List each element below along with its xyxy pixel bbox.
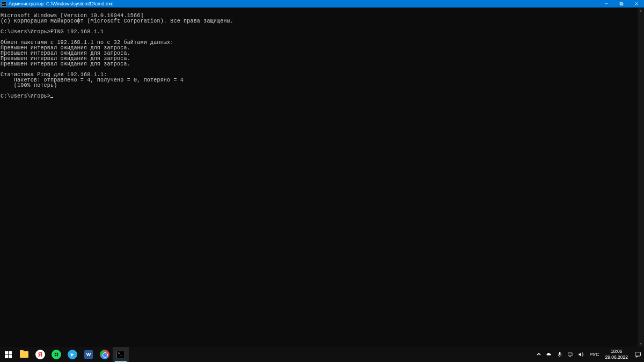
terminal-line: (100% потерь) (1, 83, 57, 88)
scroll-down-button[interactable]: ▼ (638, 341, 644, 347)
terminal-line: C:\Users\Игорь>PING 192.168.1.1 (1, 29, 104, 35)
yandex-icon: Я (35, 350, 45, 359)
taskbar-cmd[interactable] (113, 347, 129, 362)
terminal-output[interactable]: Microsoft Windows [Version 10.0.19044.15… (0, 8, 644, 347)
spotify-icon (52, 350, 61, 359)
taskbar-spotify[interactable] (48, 347, 64, 362)
close-button[interactable] (629, 0, 644, 8)
taskbar: Я W РУС (0, 347, 644, 362)
action-center-button[interactable] (631, 351, 644, 358)
taskbar-word[interactable]: W (80, 347, 97, 362)
taskbar-chrome[interactable] (97, 347, 113, 362)
svg-rect-7 (569, 356, 571, 357)
minimize-button[interactable] (599, 0, 614, 8)
windows-icon (5, 351, 12, 358)
start-button[interactable] (0, 347, 16, 362)
cursor (50, 97, 53, 98)
cmd-title-icon: C:\ (1, 2, 6, 6)
clock-date: 29.06.2022 (605, 354, 628, 360)
tray-onedrive-icon[interactable] (544, 347, 554, 362)
language-indicator[interactable]: РУС (587, 352, 602, 357)
tray-overflow-button[interactable] (534, 347, 544, 362)
svg-rect-6 (568, 353, 573, 356)
maximize-button[interactable] (614, 0, 629, 8)
terminal-line: Превышен интервал ожидания для запроса. (1, 61, 130, 67)
chrome-icon (100, 350, 109, 359)
tray-network-icon[interactable] (565, 347, 576, 362)
scroll-up-button[interactable]: ▲ (638, 8, 644, 14)
telegram-icon (68, 350, 77, 359)
taskbar-yandex[interactable]: Я (32, 347, 48, 362)
taskbar-file-explorer[interactable] (16, 347, 32, 362)
folder-icon (20, 351, 28, 358)
word-icon: W (84, 350, 93, 359)
tray-mic-icon[interactable] (554, 347, 565, 362)
scrollbar[interactable]: ▲ ▼ (638, 8, 644, 347)
clock-time: 18:06 (611, 349, 622, 354)
window-title: Администратор: C:\Windows\system32\cmd.e… (9, 1, 113, 6)
cmd-icon (116, 351, 125, 358)
terminal-prompt: C:\Users\Игорь> (1, 93, 50, 99)
svg-rect-5 (559, 352, 561, 355)
tray-volume-icon[interactable] (576, 347, 587, 362)
window-titlebar[interactable]: C:\ Администратор: C:\Windows\system32\c… (0, 0, 644, 8)
terminal-line: (c) Корпорация Майкрософт (Microsoft Cor… (1, 18, 233, 24)
taskbar-telegram[interactable] (64, 347, 80, 362)
svg-rect-8 (635, 352, 640, 356)
clock[interactable]: 18:06 29.06.2022 (602, 349, 631, 360)
